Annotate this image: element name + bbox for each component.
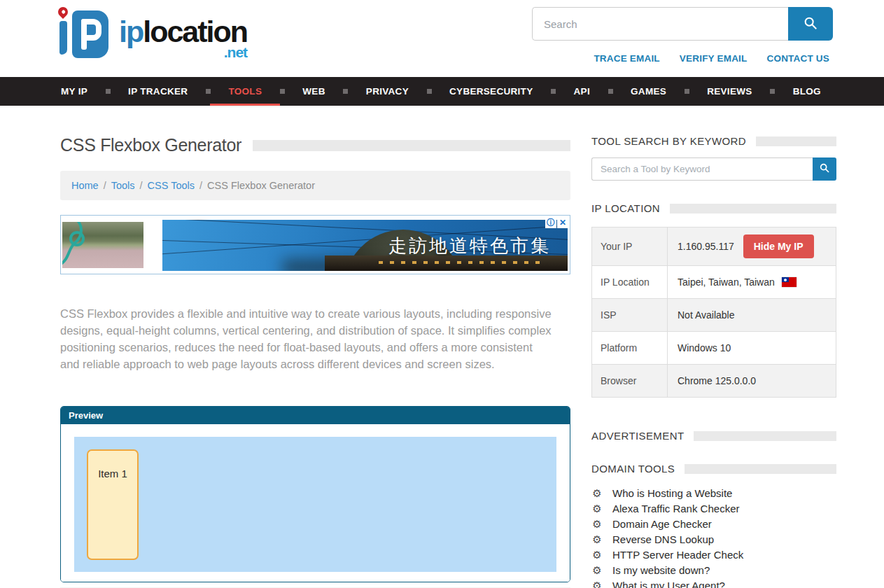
nav-item-cybersecurity[interactable]: CYBERSECURITY xyxy=(449,77,533,106)
ip-row-label: IP Location xyxy=(592,266,668,299)
ip-location-heading: IP LOCATION xyxy=(591,202,660,214)
nav-separator xyxy=(427,89,432,94)
domain-tool-link-website-down[interactable]: ⚙ Is my website down? xyxy=(591,563,836,578)
breadcrumb-separator: / xyxy=(199,180,202,191)
platform-value: Windows 10 xyxy=(668,332,836,365)
logo-pin-mark-icon xyxy=(53,6,115,63)
domain-tool-link-alexa-rank[interactable]: ⚙ Alexa Traffic Rank Checker xyxy=(591,501,836,517)
page-title: CSS Flexbox Generator xyxy=(60,135,241,155)
breadcrumb: Home/Tools/CSS Tools/CSS Flexbox Generat… xyxy=(60,171,570,200)
ad-close-icon[interactable]: ✕ xyxy=(557,217,568,228)
breadcrumb-tools[interactable]: Tools xyxy=(111,180,135,191)
ip-location-table: Your IP 1.160.95.117 Hide My IP IP Locat… xyxy=(591,227,836,398)
breadcrumb-separator: / xyxy=(140,180,143,191)
gear-icon: ⚙ xyxy=(591,486,603,501)
nav-item-my-ip[interactable]: MY IP xyxy=(61,77,87,106)
table-row: ISP Not Available xyxy=(592,299,836,332)
site-logo[interactable]: iplocation .net xyxy=(53,6,247,63)
ad-info-icon[interactable]: ⓘ xyxy=(545,217,556,228)
domain-tool-label: What is my User Agent? xyxy=(612,578,725,588)
domain-tool-link-http-header[interactable]: ⚙ HTTP Server Header Check xyxy=(591,547,836,563)
nav-separator xyxy=(106,89,111,94)
your-ip-value: 1.160.95.117 xyxy=(678,241,734,252)
ad-image-left[interactable] xyxy=(62,222,143,268)
domain-tool-link-reverse-dns[interactable]: ⚙ Reverse DNS Lookup xyxy=(591,532,836,547)
contact-us-link[interactable]: CONTACT US xyxy=(767,53,830,64)
hide-my-ip-button[interactable]: Hide My IP xyxy=(743,234,814,258)
ad-image-right[interactable]: 走訪地道特色市集 xyxy=(162,220,568,271)
nav-item-privacy[interactable]: PRIVACY xyxy=(366,77,409,106)
nav-item-api[interactable]: API xyxy=(574,77,590,106)
domain-tools-list: ⚙ Who is Hosting a Website ⚙ Alexa Traff… xyxy=(591,486,836,588)
flexbox-preview-container: Item 1 xyxy=(74,437,556,572)
ad-building-lights xyxy=(379,261,547,264)
domain-tool-link-hosting[interactable]: ⚙ Who is Hosting a Website xyxy=(591,486,836,501)
nav-item-web[interactable]: WEB xyxy=(302,77,325,106)
ip-row-label: Browser xyxy=(592,365,668,398)
nav-item-tools[interactable]: TOOLS xyxy=(228,77,262,106)
heading-decor-bar xyxy=(694,431,836,441)
header-links: TRACE EMAIL VERIFY EMAIL CONTACT US xyxy=(594,53,829,64)
tool-search-heading: TOOL SEARCH BY KEYWORD xyxy=(591,135,746,147)
sidebar: TOOL SEARCH BY KEYWORD IP LOCATION Your … xyxy=(591,107,836,588)
browser-value: Chrome 125.0.0.0 xyxy=(668,365,836,398)
ad-banner: 走訪地道特色市集 ⓘ ✕ xyxy=(60,215,570,274)
nav-separator xyxy=(685,89,689,94)
header-search-input[interactable] xyxy=(532,7,788,41)
trace-email-link[interactable]: TRACE EMAIL xyxy=(594,53,659,64)
nav-separator xyxy=(343,89,348,94)
search-icon xyxy=(819,162,830,176)
ip-row-label: ISP xyxy=(592,299,668,332)
tool-description: CSS Flexbox provides a flexible and intu… xyxy=(60,305,554,372)
tool-search-input[interactable] xyxy=(591,158,813,181)
logo-wordmark: iplocation .net xyxy=(119,17,247,63)
search-icon xyxy=(803,15,818,33)
nav-item-reviews[interactable]: REVIEWS xyxy=(707,77,752,106)
gear-icon: ⚙ xyxy=(591,532,603,547)
logo-text-ip: ip xyxy=(119,15,143,48)
ad-overlay-text: 走訪地道特色市集 xyxy=(388,233,551,258)
breadcrumb-css-tools[interactable]: CSS Tools xyxy=(148,180,195,191)
header-search-button[interactable] xyxy=(788,7,833,41)
breadcrumb-separator: / xyxy=(104,180,106,191)
nav-item-games[interactable]: GAMES xyxy=(631,77,666,106)
table-row: IP Location Taipei, Taiwan, Taiwan xyxy=(592,266,836,299)
ip-location-value: Taipei, Taiwan, Taiwan xyxy=(678,276,775,288)
domain-tool-label: Reverse DNS Lookup xyxy=(612,532,714,547)
tool-search xyxy=(591,158,836,181)
preview-panel-header: Preview xyxy=(61,407,570,424)
verify-email-link[interactable]: VERIFY EMAIL xyxy=(680,53,748,64)
nav-item-ip-tracker[interactable]: IP TRACKER xyxy=(128,77,188,106)
preview-panel: Preview Item 1 xyxy=(60,406,570,582)
heading-decor-bar xyxy=(756,136,836,146)
logo-text-location: location xyxy=(143,15,247,48)
nav-separator xyxy=(280,89,285,94)
isp-value: Not Available xyxy=(668,299,836,332)
domain-tool-label: Is my website down? xyxy=(612,563,710,578)
domain-tool-label: HTTP Server Header Check xyxy=(612,547,743,563)
logo-i-stem xyxy=(59,21,67,55)
location-pin-icon xyxy=(56,5,70,19)
nav-separator xyxy=(551,89,556,94)
ip-row-label: Your IP xyxy=(592,227,668,266)
gear-icon: ⚙ xyxy=(591,547,603,563)
tool-search-button[interactable] xyxy=(813,158,836,181)
main-nav: MY IP IP TRACKER TOOLS WEB PRIVACY CYBER… xyxy=(0,77,884,107)
heading-decor-bar xyxy=(670,204,836,214)
nav-separator xyxy=(608,89,613,94)
ip-row-label: Platform xyxy=(592,332,668,365)
table-row: Platform Windows 10 xyxy=(592,332,836,365)
domain-tool-link-domain-age[interactable]: ⚙ Domain Age Checker xyxy=(591,517,836,532)
content-column: CSS Flexbox Generator Home/Tools/CSS Too… xyxy=(60,107,570,588)
heading-decor-bar xyxy=(685,464,836,474)
site-header: iplocation .net TRACE EMAIL VERIFY EMAIL… xyxy=(0,0,884,77)
nav-separator xyxy=(206,89,211,94)
nav-item-blog[interactable]: BLOG xyxy=(793,77,821,106)
flexbox-preview-item: Item 1 xyxy=(87,449,139,560)
main-area: CSS Flexbox Generator Home/Tools/CSS Too… xyxy=(0,107,884,588)
breadcrumb-home[interactable]: Home xyxy=(71,180,99,191)
gear-icon: ⚙ xyxy=(591,563,603,578)
nav-separator xyxy=(770,89,775,94)
domain-tool-link-user-agent[interactable]: ⚙ What is my User Agent? xyxy=(591,578,836,588)
breadcrumb-current: CSS Flexbox Generator xyxy=(207,180,315,191)
